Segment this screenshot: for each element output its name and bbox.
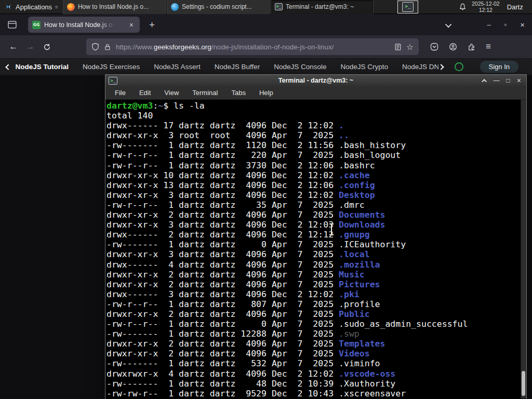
geeksforgeeks-favicon: GG [32, 21, 41, 29]
file-name: .config [339, 180, 375, 190]
file-name: .mozilla [339, 260, 380, 270]
file-name: .bash_logout [339, 150, 401, 160]
file-name: Public [339, 309, 370, 319]
taskbar-window-firefox[interactable]: How to Install Node.js o... [63, 0, 166, 14]
terminal-minimize-button[interactable]: — [494, 77, 500, 84]
file-name: .sudo_as_admin_successful [339, 319, 468, 329]
file-name: .. [339, 130, 349, 140]
firefox-icon [67, 3, 75, 11]
nav-item-console[interactable]: NodeJS Console [274, 63, 326, 71]
screen: Applications ≡ How to Install Node.js o.… [0, 0, 532, 399]
notification-bell-icon[interactable] [459, 3, 467, 11]
file-name: Music [339, 270, 365, 280]
nav-item-exercises[interactable]: NodeJS Exercises [83, 63, 140, 71]
file-name: .gnupg [339, 230, 370, 240]
file-name: .local [339, 249, 370, 259]
nav-item-assert[interactable]: NodeJS Assert [154, 63, 200, 71]
file-name: .swp [339, 329, 360, 339]
menu-edit[interactable]: Edit [139, 89, 151, 97]
terminal-title: Terminal - dartz@vm3: ~ [105, 77, 526, 84]
nav-scroll-right-icon[interactable] [438, 64, 444, 70]
terminal-window: >_ Terminal - dartz@vm3: ~ — □ × File Ed… [105, 74, 527, 399]
file-name: .bashrc [339, 161, 375, 170]
reload-button[interactable] [38, 39, 55, 55]
tray-terminal-icon[interactable]: >_ [397, 1, 418, 14]
file-name: .vscode-oss [339, 369, 395, 379]
terminal-shade-button[interactable] [483, 77, 487, 84]
file-name: .ICEauthority [339, 240, 406, 249]
terminal-close-button[interactable]: × [517, 77, 521, 84]
tab-close-icon[interactable]: × [127, 20, 136, 30]
file-name: Desktop [339, 190, 375, 200]
search-icon[interactable] [455, 62, 463, 71]
file-name: . [339, 121, 344, 130]
file-name: .xscreensaver [339, 389, 406, 398]
codium-icon [171, 3, 179, 11]
file-name: Templates [339, 339, 385, 349]
file-name: .dmrc [339, 200, 365, 210]
menu-tabs[interactable]: Tabs [231, 89, 245, 97]
lock-icon[interactable] [104, 43, 111, 51]
applications-label: Applications [16, 3, 52, 11]
file-name: .pki [339, 289, 360, 299]
firefox-view-icon[interactable] [4, 18, 20, 32]
menu-grip-icon: ≡ [55, 4, 58, 10]
new-tab-button[interactable]: + [145, 19, 159, 31]
nav-item-crypto[interactable]: NodeJS Crypto [341, 63, 389, 71]
file-name: Downloads [339, 220, 385, 230]
scrollbar-thumb[interactable] [522, 371, 525, 396]
clock[interactable]: 2025-12-02 12:12 [472, 1, 500, 13]
taskbar-window-terminal[interactable]: >_ Terminal - dartz@vm3: ~ [271, 0, 374, 14]
terminal-output: dartz@vm3:~$ ls -la total 140 drwx------… [107, 101, 520, 398]
menu-file[interactable]: File [115, 89, 126, 97]
file-name: .Xauthority [339, 379, 395, 389]
total-line: total 140 [107, 111, 153, 121]
file-listing: drwx------ 17 dartz dartz 4096 Dec 2 12:… [107, 121, 468, 398]
menu-icon[interactable]: ≡ [486, 42, 491, 52]
bookmark-star-icon[interactable]: ☆ [406, 42, 414, 52]
account-icon[interactable] [449, 43, 457, 51]
url-text: https://www.geeksforgeeks.org/node-js/in… [116, 43, 334, 51]
terminal-titlebar[interactable]: >_ Terminal - dartz@vm3: ~ — □ × [105, 75, 526, 86]
system-taskbar: Applications ≡ How to Install Node.js o.… [0, 0, 532, 14]
back-button[interactable]: ← [5, 39, 22, 55]
navigation-toolbar: ← → h [0, 35, 532, 59]
sign-in-button[interactable]: Sign In [480, 61, 518, 73]
site-nav-bar: NodeJS Tutorial NodeJS Exercises NodeJS … [0, 59, 532, 75]
menu-terminal[interactable]: Terminal [192, 89, 218, 97]
nav-item-dns[interactable]: NodeJS DNS [402, 63, 438, 71]
file-name: .viminfo [339, 358, 380, 368]
nav-scroll-left-icon[interactable] [5, 64, 11, 70]
terminal-maximize-button[interactable]: □ [507, 77, 510, 84]
window-close-button[interactable]: × [520, 20, 525, 29]
file-name: Pictures [339, 280, 380, 289]
window-minimize-button[interactable]: – [487, 21, 490, 29]
taskbar-window-codium[interactable]: Settings - codium script... [167, 0, 270, 14]
applications-menu-button[interactable]: Applications ≡ [0, 0, 62, 14]
extensions-icon[interactable] [468, 43, 475, 51]
user-menu[interactable]: Dartz [507, 3, 523, 11]
url-bar[interactable]: https://www.geeksforgeeks.org/node-js/in… [86, 38, 419, 55]
file-name: .cache [339, 170, 370, 180]
terminal-body[interactable]: dartz@vm3:~$ ls -la total 140 drwx------… [105, 100, 526, 398]
terminal-scrollbar[interactable] [521, 100, 526, 398]
file-name: Documents [339, 210, 385, 220]
menu-help[interactable]: Help [259, 89, 273, 97]
pocket-icon[interactable] [430, 43, 438, 51]
tab-bar: GG How to Install Node.js on × + – ▫ × [0, 14, 532, 35]
reader-view-icon[interactable] [394, 43, 402, 51]
file-name: Videos [339, 349, 370, 358]
nav-item-tutorial[interactable]: NodeJS Tutorial [16, 63, 69, 71]
tracking-shield-icon[interactable] [91, 43, 99, 51]
forward-button[interactable]: → [22, 39, 38, 55]
browser-tab-active[interactable]: GG How to Install Node.js on × [28, 17, 140, 33]
nav-item-buffer[interactable]: NodeJS Buffer [215, 63, 260, 71]
list-tabs-chevron-icon[interactable] [447, 20, 451, 30]
terminal-menubar: File Edit View Terminal Tabs Help [105, 86, 526, 100]
tab-title: How to Install Node.js on [44, 21, 116, 29]
distro-logo-icon [4, 3, 12, 11]
clock-time: 12:12 [472, 7, 500, 13]
window-maximize-button[interactable]: ▫ [504, 21, 507, 29]
terminal-icon: >_ [275, 3, 283, 10]
menu-view[interactable]: View [164, 89, 179, 97]
